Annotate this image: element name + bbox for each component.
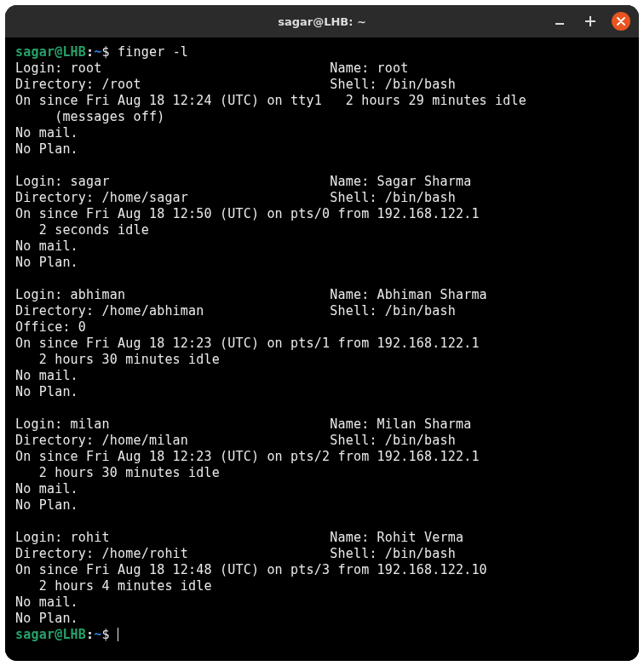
command-output: Login: root Name: root Directory: /root … — [15, 60, 526, 626]
prompt-symbol-2: $ — [102, 627, 110, 642]
plus-icon — [584, 15, 596, 27]
window-title: sagar@LHB: ~ — [278, 15, 366, 28]
terminal-window: sagar@LHB: ~ sagar@LHB:~$ finger -l Logi… — [5, 5, 639, 661]
command-text: finger -l — [118, 44, 188, 60]
window-controls — [550, 12, 630, 31]
prompt-user-host-2: sagar@LHB — [15, 627, 86, 642]
titlebar: sagar@LHB: ~ — [5, 5, 639, 37]
close-icon — [617, 17, 625, 26]
prompt-symbol: $ — [102, 44, 110, 60]
svg-rect-0 — [555, 23, 564, 25]
svg-rect-2 — [585, 20, 595, 22]
minimize-icon — [555, 16, 565, 26]
prompt-user-host: sagar@LHB — [15, 44, 86, 60]
prompt-colon: : — [86, 44, 94, 60]
minimize-button[interactable] — [550, 12, 569, 31]
prompt-colon-2: : — [86, 627, 94, 642]
cursor — [118, 628, 118, 641]
close-button[interactable] — [612, 12, 630, 31]
maximize-button[interactable] — [581, 12, 600, 31]
terminal-body[interactable]: sagar@LHB:~$ finger -l Login: root Name:… — [5, 37, 639, 661]
prompt-path: ~ — [94, 44, 101, 60]
prompt-path-2: ~ — [94, 627, 101, 642]
